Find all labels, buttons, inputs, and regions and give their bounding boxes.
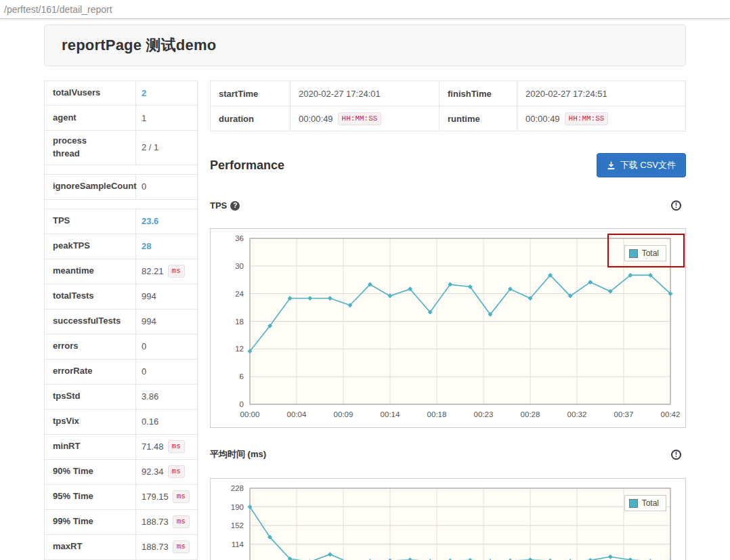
summary-value: 71.48ms — [136, 436, 197, 457]
summary-value: 3.86 — [136, 387, 197, 406]
summary-row: TPS23.6 — [44, 209, 198, 234]
summary-spacer-row — [44, 200, 198, 209]
meantime-chart-title: 平均时间 (ms) — [210, 448, 266, 460]
performance-header-row: Performance 下载 CSV文件 — [210, 153, 686, 177]
summary-label: tpsStd — [45, 385, 136, 409]
summary-value-text: 994 — [142, 291, 156, 301]
summary-label: meantime — [45, 259, 136, 284]
summary-row: errors0 — [44, 335, 198, 360]
tps-legend-label: Total — [642, 249, 659, 258]
summary-value: 994 — [136, 312, 197, 330]
summary-value: 92.34ms — [136, 461, 197, 482]
summary-label: totalTests — [45, 284, 136, 309]
summary-value-text: 23.6 — [142, 216, 158, 226]
summary-label: 95% Time — [45, 485, 136, 509]
svg-text:00:42: 00:42 — [661, 410, 681, 418]
summary-label: process thread — [45, 131, 136, 165]
summary-label: totalVusers — [45, 81, 136, 105]
unit-badge: ms — [168, 265, 185, 278]
svg-text:6: 6 — [240, 372, 244, 381]
summary-value-text: 2 — [142, 88, 146, 98]
summary-value-text: 0.16 — [142, 416, 158, 427]
tps-chart: 06121824303600:0000:0400:0900:1400:1800:… — [210, 228, 686, 428]
meantime-legend-label: Total — [642, 498, 659, 508]
svg-text:00:37: 00:37 — [614, 410, 634, 418]
summary-label: tpsVix — [45, 410, 136, 434]
tps-title-row: TPS — [210, 200, 686, 211]
summary-label: minRT — [45, 435, 136, 459]
summary-value-text: 0 — [142, 366, 146, 376]
download-csv-button[interactable]: 下载 CSV文件 — [597, 153, 686, 177]
summary-value-text: 179.15 — [142, 492, 169, 502]
tps-chart-canvas: 06121824303600:0000:0400:0900:1400:1800:… — [211, 229, 685, 427]
svg-text:152: 152 — [231, 521, 244, 530]
summary-value-text: 1 — [142, 113, 146, 123]
legend-swatch-icon — [629, 499, 638, 508]
legend-swatch-icon — [629, 249, 638, 258]
summary-row: 99% Time188.73ms — [44, 510, 198, 535]
summary-label: peakTPS — [45, 234, 136, 259]
summary-label: agent — [45, 106, 136, 130]
svg-text:30: 30 — [235, 262, 244, 270]
unit-badge: ms — [173, 515, 190, 528]
unit-badge: ms — [173, 540, 190, 553]
summary-label: 90% Time — [45, 460, 136, 484]
summary-label: errors — [45, 335, 136, 359]
summary-value: 1 — [136, 109, 197, 127]
summary-value-text: 92.34 — [142, 467, 164, 477]
summary-value-text: 188.73 — [142, 542, 169, 552]
summary-value: 82.21ms — [136, 261, 197, 282]
summary-row: peakTPS28 — [44, 234, 198, 259]
summary-row: tpsStd3.86 — [44, 385, 198, 410]
summary-value-text: 28 — [142, 241, 151, 251]
summary-value-text: 71.48 — [142, 441, 164, 452]
time-value-text: 2020-02-27 17:24:51 — [525, 89, 607, 99]
summary-label: successfulTests — [45, 309, 136, 334]
tps-chart-info-icon[interactable] — [671, 200, 681, 211]
summary-value-text: 82.21 — [142, 266, 164, 276]
summary-row: 90% Time92.34ms — [44, 460, 198, 485]
summary-label: errorRate — [45, 360, 136, 384]
download-icon — [607, 161, 616, 170]
unit-badge: ms — [173, 490, 190, 503]
summary-value: 0 — [136, 362, 197, 381]
time-value: 2020-02-27 17:24:01 — [291, 81, 439, 106]
svg-text:114: 114 — [232, 540, 244, 548]
summary-label: ignoreSampleCount — [45, 175, 136, 199]
time-label: runtime — [439, 106, 517, 131]
svg-text:190: 190 — [231, 503, 244, 511]
unit-badge: HH:MM:SS — [565, 112, 609, 125]
summary-value-text: 188.73 — [142, 517, 169, 527]
report-page: reportPage 测试demo totalVusers2agent1proc… — [0, 24, 730, 560]
summary-value: 2 / 1 — [136, 138, 197, 156]
summary-value: 28 — [136, 237, 197, 255]
summary-table: totalVusers2agent1process thread2 / 1ign… — [44, 81, 198, 560]
summary-value: 994 — [136, 287, 197, 305]
svg-text:00:04: 00:04 — [287, 410, 307, 418]
summary-value-text: 3.86 — [142, 391, 158, 402]
summary-value: 179.15ms — [136, 486, 197, 507]
meantime-chart-info-icon[interactable] — [671, 450, 681, 460]
summary-label: 99% Time — [45, 510, 136, 534]
tps-chart-title: TPS — [210, 200, 227, 211]
summary-value: 0.16 — [136, 412, 197, 431]
summary-value: 0 — [136, 177, 197, 196]
summary-label: maxRT — [45, 535, 136, 559]
svg-text:00:23: 00:23 — [474, 410, 494, 418]
summary-row: minRT71.48ms — [44, 435, 198, 460]
question-circle-icon[interactable] — [230, 201, 240, 211]
svg-text:00:32: 00:32 — [567, 410, 587, 418]
summary-row: totalTests994 — [44, 284, 198, 309]
address-bar[interactable]: /perftest/161/detail_report — [0, 0, 730, 19]
time-value-text: 00:00:49 — [299, 114, 333, 124]
svg-text:00:09: 00:09 — [334, 410, 353, 418]
meantime-title-row: 平均时间 (ms) — [210, 448, 686, 460]
svg-text:00:00: 00:00 — [240, 410, 260, 418]
summary-row: successfulTests994 — [44, 309, 198, 335]
meantime-chart: 0387611415219022800:0000:0400:0900:1400:… — [210, 478, 686, 560]
time-label: duration — [211, 106, 291, 131]
summary-value: 23.6 — [136, 212, 197, 230]
svg-text:36: 36 — [235, 234, 244, 242]
time-value: 2020-02-27 17:24:51 — [517, 81, 686, 106]
summary-row: meantime82.21ms — [44, 259, 198, 284]
